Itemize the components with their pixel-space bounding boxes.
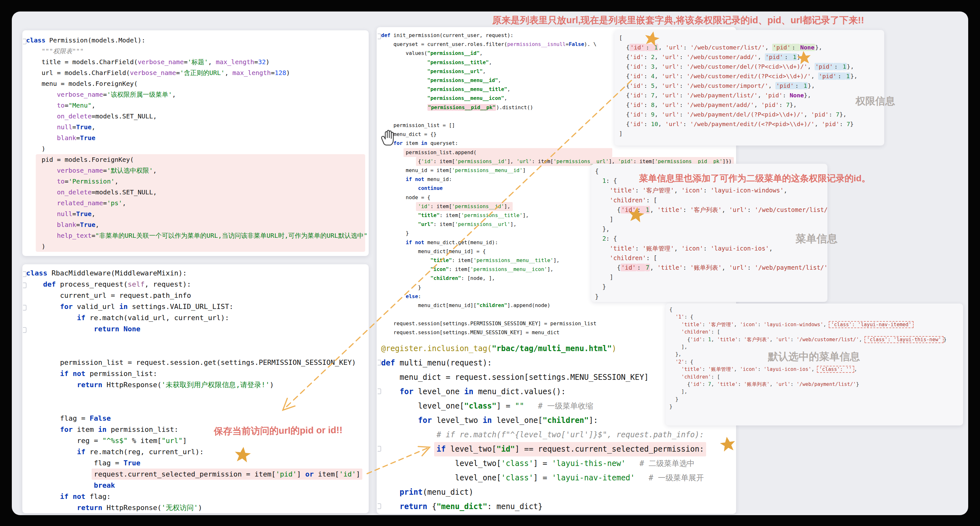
code-line: # if re.match(f"^{level_two['url']}$", r… [381, 428, 732, 442]
code-line: null=True, [26, 208, 365, 219]
code-line: return HttpResponse('未获取到用户权限信息,请登录!') [26, 379, 365, 390]
screenshot-stage: class Permission(models.Model): """权限表""… [0, 0, 980, 526]
code-line: {'id': 10, 'url': '/web/payment/edit/(<?… [619, 119, 880, 129]
code-line: {'id': 1, 'title': '客户列表', 'url': '/web/… [595, 205, 824, 215]
code-line: 'children': [ [595, 253, 824, 263]
code-line: url = models.CharField(verbose_name='含正则… [26, 67, 365, 78]
fold-marker[interactable] [378, 446, 381, 451]
code-line: ) [26, 241, 365, 252]
code-line: } [595, 292, 824, 301]
code-line: def process_request(self, request): [26, 279, 365, 290]
code-line: 'children': [ [670, 329, 959, 336]
code-line: level_two['class'] = 'layui-this-new' # … [381, 456, 732, 471]
code-line: blank=True, [26, 219, 365, 230]
code-line: '1': { [670, 313, 959, 321]
code-line: to="Menu", [26, 100, 365, 111]
code-line: ], [670, 388, 959, 396]
code-line: 2: { [595, 234, 824, 243]
code-line [26, 390, 365, 402]
code-line: print(menu_dict) [381, 485, 732, 499]
code-line: }, [595, 224, 824, 234]
code-line: if level_two["id"] == request.current_se… [381, 442, 732, 456]
fold-marker[interactable] [378, 360, 381, 365]
code-line: 'children': [ [670, 373, 959, 381]
code-line: } [670, 396, 959, 403]
code-line: 'title': '客户管理', 'icon': 'layui-icon-win… [670, 321, 959, 329]
code-section: class Permission(models.Model): """权限表""… [22, 30, 369, 252]
code-line: 'title': '账单管理', 'icon': 'layui-icon-ios… [670, 366, 959, 373]
fold-marker[interactable] [23, 305, 27, 311]
code-line: current_url = request.path_info [26, 290, 365, 301]
code-line: on_delete=models.SET_NULL, [26, 187, 365, 197]
code-line: 'title': '账单管理', 'icon': 'layui-icon-ios… [595, 243, 824, 253]
code-section: class RbacMiddleware(MiddlewareMixin): d… [22, 264, 369, 513]
code-line: {'id': 5, 'url': '/web/customer/import/'… [619, 81, 880, 91]
json-panel-permission-list: [ {'id': 1, 'url': '/web/customer/list/'… [614, 30, 884, 146]
fold-marker[interactable] [23, 327, 27, 333]
code-line: return {"menu_dict": menu_dict} [381, 499, 732, 514]
code-line: menu = models.ForeignKey( [26, 78, 365, 89]
label-default-selected-menu-info: 默认选中的菜单信息 [768, 350, 860, 364]
code-line: break [26, 480, 365, 491]
code-line: {'id': 8, 'url': '/web/payment/add/', 'p… [619, 100, 880, 110]
fold-marker[interactable] [378, 503, 381, 509]
code-line: return HttpResponse('无权访问') [26, 502, 365, 513]
code-line: return None [26, 323, 365, 334]
code-section: [ {'id': 1, 'url': '/web/customer/list/'… [614, 30, 884, 138]
code-line: if not permission_list: [26, 368, 365, 379]
code-line: ] [595, 215, 824, 224]
annotation-menu-id-note: 菜单信息里也添加了可作为二级菜单的这条权限记录的id。 [639, 172, 870, 184]
code-panel-permission-model: class Permission(models.Model): """权限表""… [22, 30, 369, 256]
code-line: {'id': 2, 'url': '/web/customer/add/', '… [619, 52, 880, 62]
code-panel-rbac-middleware: class RbacMiddleware(MiddlewareMixin): d… [22, 264, 369, 513]
code-line: related_name='ps', [26, 197, 365, 208]
code-line [26, 402, 365, 413]
code-line: {'id': 9, 'url': '/web/payment/del/(?P<p… [619, 110, 880, 119]
fold-marker[interactable] [378, 33, 381, 39]
code-line: ] [619, 129, 880, 138]
code-line: verbose_name='默认选中权限', [26, 165, 365, 176]
fold-marker[interactable] [23, 283, 27, 288]
code-line: ) [26, 143, 365, 154]
code-line: ] [595, 272, 824, 282]
code-line: class Permission(models.Model): [26, 35, 365, 46]
code-line: title = models.CharField(verbose_name='标… [26, 57, 365, 67]
code-line: if re.match(reg, current_url): [26, 446, 365, 458]
label-menu-info: 菜单信息 [795, 232, 838, 246]
code-line: {'id': 1, 'title': '客户列表', 'url': '/web/… [670, 336, 959, 343]
code-line: { [670, 306, 959, 313]
annotation-save-pid-note: 保存当前访问的url的pid or id!! [214, 424, 342, 438]
code-line: } [595, 282, 824, 291]
code-line: verbose_name='该权限所属一级菜单', [26, 89, 365, 100]
fold-marker[interactable] [378, 388, 381, 394]
code-line: pid = models.ForeignKey( [26, 154, 365, 165]
code-line: if re.match(valid_url, current_url): [26, 312, 365, 323]
code-line: {'id': 3, 'url': '/web/customer/del/(?P<… [619, 62, 880, 72]
code-line: {'id': 7, 'url': '/web/payment/list/', '… [619, 91, 880, 100]
code-line: [ [619, 33, 880, 43]
label-permission-info: 权限信息 [856, 94, 895, 108]
code-line: permission_list.append( [381, 148, 732, 157]
code-line: class RbacMiddleware(MiddlewareMixin): [26, 267, 365, 279]
code-line: for valid_url in settings.VALID_URL_LIST… [26, 301, 365, 312]
code-line: flag = True [26, 458, 365, 469]
code-line: if not flag: [26, 491, 365, 502]
code-line: {'id': 1, 'url': '/web/customer/list/', … [619, 43, 880, 52]
code-line [26, 334, 365, 346]
code-line: {'id': 4, 'url': '/web/customer/edit/(?P… [619, 72, 880, 81]
code-line: permission_list = request.session.get(se… [26, 357, 365, 368]
code-line: flag = False [26, 413, 365, 424]
fold-marker[interactable] [23, 39, 27, 44]
code-line: request.current_selected_permission = it… [26, 469, 365, 480]
code-line: level_one['class'] = 'layui-nav-itemed' … [381, 471, 732, 485]
code-line: on_delete=models.SET_NULL, [26, 111, 365, 122]
code-line: } [670, 403, 959, 410]
code-line: 'children': [ [595, 195, 824, 205]
fold-marker[interactable] [23, 271, 27, 277]
code-line: 'title': '客户管理', 'icon': 'layui-icon-win… [595, 186, 824, 195]
annotation-nested-dict-note: 原来是列表里只放url,现在是列表里嵌套字典,将该条权限记录的id、pid、ur… [492, 14, 864, 27]
code-line [26, 346, 365, 357]
code-line: """权限表""" [26, 46, 365, 57]
code-line: help_text="非菜单的URL关联一个可以作为菜单的URL,当访问该非菜单… [26, 230, 365, 241]
code-line: to='Permission', [26, 176, 365, 187]
